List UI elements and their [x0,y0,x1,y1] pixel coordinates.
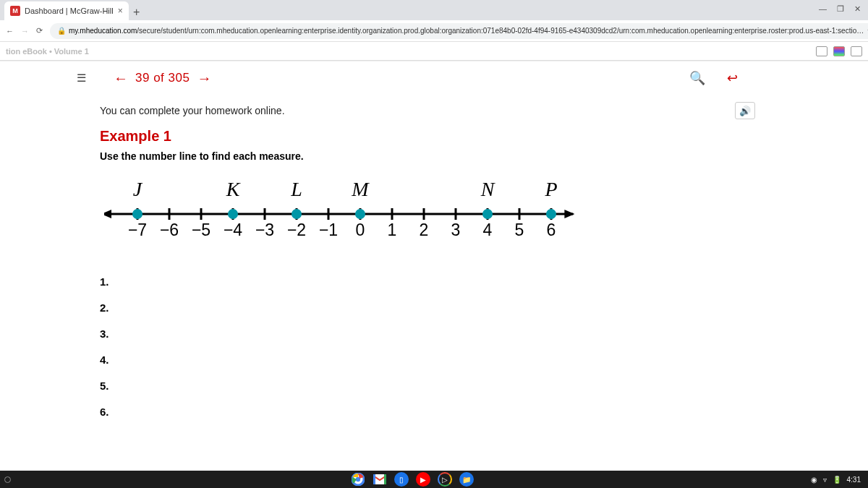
nl-letter: K [217,178,249,201]
nl-letter: M [344,178,376,201]
number-line: JKLMNP −7−6−5−4−3−2−10123456 [104,178,868,244]
clock-text[interactable]: 4:31 [847,476,861,484]
omnibox[interactable]: 🔒 my.mheducation.com/secure/student/urn:… [50,23,868,39]
new-tab-button[interactable]: + [129,4,145,20]
svg-text:−6: −6 [160,221,179,239]
url-text: my.mheducation.com/secure/student/urn:co… [69,27,864,35]
nav-reload-icon[interactable]: ⟳ [36,26,43,35]
window-minimize-icon[interactable]: — [819,4,827,14]
window-close-icon[interactable]: ✕ [854,4,861,14]
svg-text:3: 3 [451,221,461,239]
wifi-icon[interactable]: ▿ [823,476,827,484]
nl-letter [185,178,217,201]
taskbar-apps: ▯ ▶ ▷ 📁 [14,472,811,487]
svg-point-36 [482,209,493,219]
svg-rect-43 [384,474,386,484]
svg-text:−4: −4 [224,221,242,239]
content-area: ☰ ← 39 of 305 → 🔍 ↩ You can complete you… [0,61,868,471]
taskbar: ▯ ▶ ▷ 📁 ◉ ▿ 🔋 4:31 [0,471,868,488]
bookmark-item[interactable]: tion eBook • Volume 1 [6,47,89,56]
svg-text:−2: −2 [287,221,306,239]
app-files-icon[interactable]: 📁 [459,472,474,487]
svg-text:−1: −1 [319,221,338,239]
battery-icon[interactable]: 🔋 [833,476,841,484]
notification-icon[interactable]: ◉ [811,476,817,484]
svg-text:6: 6 [547,221,556,239]
ebook-pager: ☰ ← 39 of 305 → 🔍 ↩ [0,64,868,92]
app-youtube-icon[interactable]: ▶ [416,472,430,487]
svg-point-33 [228,209,238,219]
toc-menu-icon[interactable]: ☰ [77,72,86,85]
browser-tab-strip: M Dashboard | McGraw-Hill × + — ❐ ✕ [0,0,868,20]
nav-forward-icon[interactable]: → [21,27,29,35]
app-gmail-icon[interactable] [373,472,387,487]
nl-letter [376,178,408,201]
nav-back-icon[interactable]: ← [6,27,14,35]
nl-letter [249,178,281,201]
svg-text:5: 5 [515,221,524,239]
tab-close-icon[interactable]: × [118,6,123,16]
svg-point-35 [355,209,365,219]
tab-title: Dashboard | McGraw-Hill [25,7,114,15]
pager-next-icon[interactable]: → [197,70,211,87]
app-chrome-icon[interactable] [351,472,365,487]
app-play-icon[interactable]: ▷ [438,472,452,487]
nl-letter [408,178,440,201]
nl-letter: L [281,178,312,201]
nl-letter: J [122,178,153,201]
undo-icon[interactable]: ↩ [727,70,738,86]
svg-point-32 [132,209,142,219]
address-bar: ← → ⟳ 🔒 my.mheducation.com/secure/studen… [0,20,868,42]
question-list: 1.2.3.4.5.6. [100,269,868,425]
example-subtitle: Use the number line to find each measure… [100,150,868,162]
audio-button[interactable]: 🔊 [735,102,755,119]
svg-text:−3: −3 [255,221,274,239]
example-title: Example 1 [100,128,868,145]
svg-marker-1 [104,210,111,218]
nl-letter [440,178,472,201]
svg-text:0: 0 [356,221,365,239]
lock-icon: 🔒 [57,27,66,35]
svg-text:−5: −5 [192,221,210,239]
bookmark-icon-2[interactable] [833,46,845,56]
question-item: 4. [100,347,868,373]
svg-marker-2 [564,210,574,218]
nl-letter [503,178,535,201]
pager-text: 39 of 305 [135,71,190,85]
question-item: 5. [100,373,868,399]
nl-letter [567,178,599,201]
question-item: 2. [100,295,868,321]
svg-text:2: 2 [420,221,429,239]
question-item: 3. [100,321,868,347]
bookmark-icon-1[interactable] [816,46,827,56]
launcher-icon[interactable] [4,476,11,483]
pager-prev-icon[interactable]: ← [114,70,128,87]
svg-text:1: 1 [388,221,397,239]
svg-point-37 [546,209,556,219]
question-item: 6. [100,399,868,425]
nl-letter [153,178,185,201]
bookmark-icon-3[interactable] [851,46,862,56]
window-controls: — ❐ ✕ [819,0,868,14]
app-docs-icon[interactable]: ▯ [394,472,409,487]
question-item: 1. [100,269,868,295]
nl-letter: N [472,178,503,201]
search-icon[interactable]: 🔍 [689,70,705,86]
svg-point-34 [292,209,302,219]
system-tray[interactable]: ◉ ▿ 🔋 4:31 [811,476,868,484]
window-restore-icon[interactable]: ❐ [837,4,844,14]
svg-text:4: 4 [483,221,493,239]
browser-tab[interactable]: M Dashboard | McGraw-Hill × [4,1,129,20]
nl-letter: P [535,178,567,201]
tab-favicon: M [10,6,20,16]
nl-letter [312,178,344,201]
bookmark-bar: tion eBook • Volume 1 [0,42,868,61]
svg-rect-42 [373,474,375,484]
svg-text:−7: −7 [128,221,147,239]
